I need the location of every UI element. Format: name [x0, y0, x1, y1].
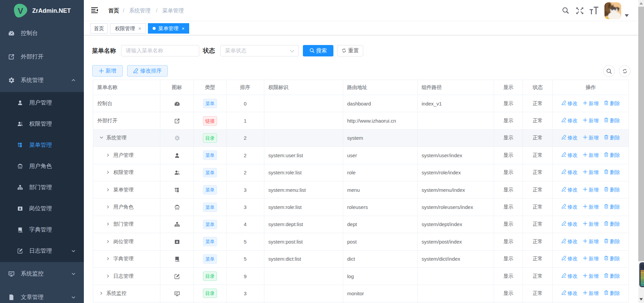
svg-text:V: V	[18, 6, 23, 15]
